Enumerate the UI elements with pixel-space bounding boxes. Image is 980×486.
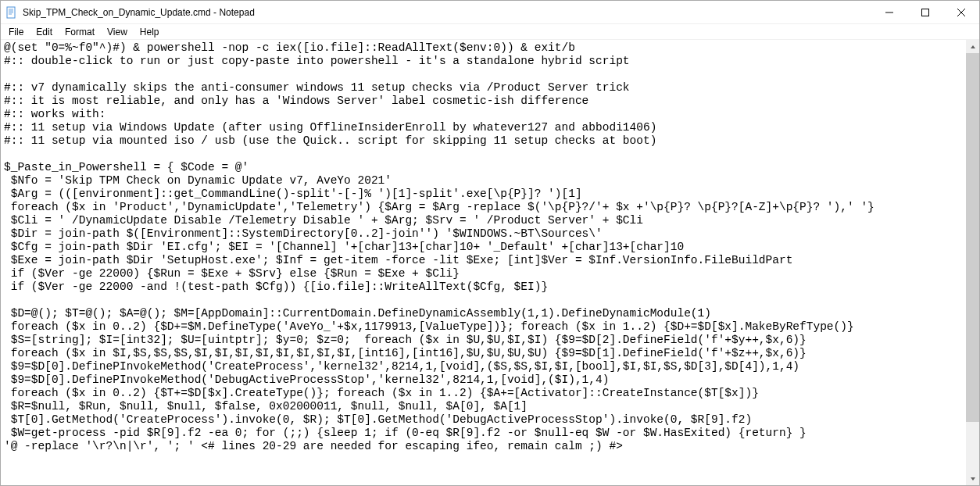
minimize-button[interactable]: [871, 1, 907, 23]
window-controls: [871, 1, 979, 23]
scroll-track[interactable]: [966, 53, 979, 472]
notepad-window: Skip_TPM_Check_on_Dynamic_Update.cmd - N…: [0, 0, 980, 486]
titlebar[interactable]: Skip_TPM_Check_on_Dynamic_Update.cmd - N…: [1, 1, 979, 24]
maximize-button[interactable]: [907, 1, 943, 23]
menu-file[interactable]: File: [2, 25, 30, 39]
text-editor[interactable]: @(set "0=%~f0"^)#) & powershell -nop -c …: [1, 40, 966, 485]
svg-marker-10: [971, 477, 975, 481]
notepad-icon: [5, 6, 18, 19]
vertical-scrollbar[interactable]: [966, 40, 979, 485]
svg-marker-9: [971, 45, 975, 48]
scroll-up-arrow[interactable]: [966, 40, 979, 53]
editor-area: @(set "0=%~f0"^)#) & powershell -nop -c …: [1, 40, 979, 485]
svg-rect-6: [922, 9, 929, 16]
scroll-down-arrow[interactable]: [966, 472, 979, 485]
menu-format[interactable]: Format: [59, 25, 101, 39]
close-button[interactable]: [943, 1, 979, 23]
scroll-thumb[interactable]: [966, 53, 979, 422]
menu-view[interactable]: View: [101, 25, 134, 39]
window-title: Skip_TPM_Check_on_Dynamic_Update.cmd - N…: [23, 7, 871, 18]
menubar: File Edit Format View Help: [1, 24, 979, 40]
menu-edit[interactable]: Edit: [30, 25, 59, 39]
menu-help[interactable]: Help: [134, 25, 166, 39]
